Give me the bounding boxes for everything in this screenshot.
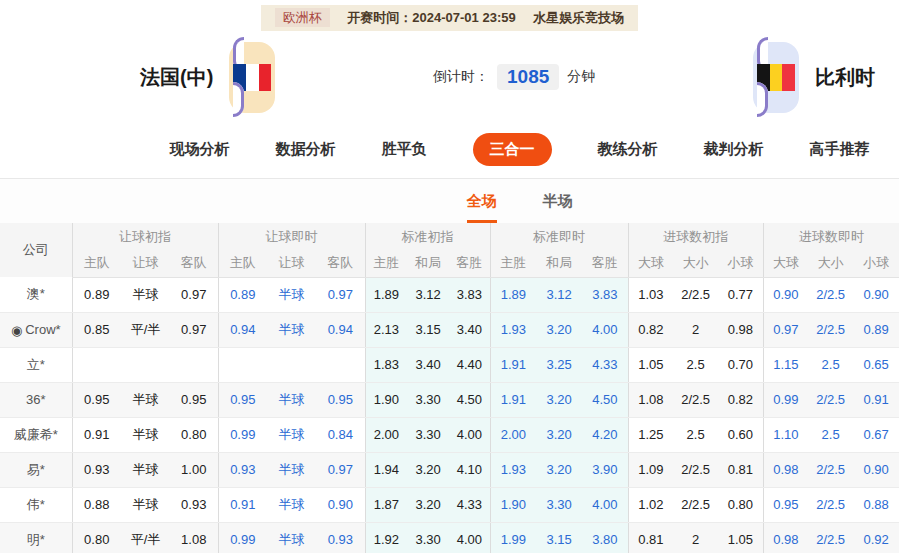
odds-cell: 0.95 xyxy=(316,382,365,417)
odds-cell: 4.00 xyxy=(582,487,628,522)
odds-cell: 0.95 xyxy=(218,382,267,417)
company-cell[interactable]: ◉Crow* xyxy=(0,312,72,347)
countdown-label: 倒计时： xyxy=(433,68,489,86)
col-header: 大球 xyxy=(628,250,673,277)
odds-cell: 2/2.5 xyxy=(673,382,718,417)
col-header: 大球 xyxy=(763,250,808,277)
col-header: 小球 xyxy=(718,250,763,277)
col-header: 客胜 xyxy=(449,250,490,277)
home-team-name: 法国(中) xyxy=(140,64,213,91)
subtab-half[interactable]: 半场 xyxy=(543,192,573,223)
odds-cell: 3.12 xyxy=(407,277,449,312)
company-cell[interactable]: 36* xyxy=(0,382,72,417)
odds-cell: 0.89 xyxy=(72,277,121,312)
league-badge: 欧洲杯 xyxy=(275,8,330,27)
col-header: 小球 xyxy=(853,250,899,277)
odds-cell: 半球 xyxy=(267,382,316,417)
odds-cell: 3.30 xyxy=(536,487,582,522)
odds-cell: 半球 xyxy=(121,487,170,522)
company-cell[interactable]: 伟* xyxy=(0,487,72,522)
odds-cell: 1.03 xyxy=(628,277,673,312)
company-cell[interactable]: 易* xyxy=(0,452,72,487)
odds-cell: 2/2.5 xyxy=(673,277,718,312)
odds-cell: 半球 xyxy=(267,277,316,312)
odds-cell: 1.89 xyxy=(365,277,407,312)
odds-cell: 4.50 xyxy=(582,382,628,417)
odds-cell xyxy=(218,347,267,382)
company-cell[interactable]: 明* xyxy=(0,522,72,553)
odds-cell: 0.94 xyxy=(218,312,267,347)
col-header: 让球 xyxy=(267,250,316,277)
odds-cell: 4.00 xyxy=(449,522,490,553)
odds-cell: 0.91 xyxy=(72,417,121,452)
odds-cell: 0.93 xyxy=(218,452,267,487)
odds-cell: 0.67 xyxy=(853,417,899,452)
odds-cell: 4.10 xyxy=(449,452,490,487)
tab-expert[interactable]: 高手推荐 xyxy=(810,140,870,159)
odds-cell: 0.97 xyxy=(316,452,365,487)
odds-cell: 0.90 xyxy=(853,452,899,487)
odds-cell: 1.91 xyxy=(490,347,536,382)
col-header: 主胜 xyxy=(490,250,536,277)
tab-referee[interactable]: 裁判分析 xyxy=(704,140,764,159)
odds-cell: 0.98 xyxy=(763,522,808,553)
company-cell[interactable]: 威廉希* xyxy=(0,417,72,452)
table-row: 澳*0.89半球0.970.89半球0.971.893.123.831.893.… xyxy=(0,277,899,312)
odds-cell: 2/2.5 xyxy=(808,487,853,522)
odds-cell: 0.85 xyxy=(72,312,121,347)
venue-name: 水星娱乐竞技场 xyxy=(533,10,624,25)
odds-cell: 3.25 xyxy=(536,347,582,382)
odds-cell: 半球 xyxy=(267,312,316,347)
kickoff-time: 开赛时间：2024-07-01 23:59 xyxy=(347,10,515,25)
tab-coach[interactable]: 教练分析 xyxy=(598,140,658,159)
table-row: ◉Crow*0.85平/半0.970.94半球0.942.133.153.401… xyxy=(0,312,899,347)
odds-cell: 平/半 xyxy=(121,312,170,347)
odds-cell: 0.88 xyxy=(853,487,899,522)
odds-cell xyxy=(72,347,121,382)
odds-cell: 0.77 xyxy=(718,277,763,312)
odds-cell: 0.97 xyxy=(170,277,218,312)
odds-cell: 半球 xyxy=(267,487,316,522)
odds-cell: 0.98 xyxy=(763,452,808,487)
odds-cell: 2/2.5 xyxy=(808,277,853,312)
tab-data[interactable]: 数据分析 xyxy=(276,140,336,159)
odds-cell: 3.40 xyxy=(449,312,490,347)
odds-cell: 2.5 xyxy=(808,347,853,382)
odds-table-body: 澳*0.89半球0.970.89半球0.971.893.123.831.893.… xyxy=(0,277,899,553)
col-header: 主队 xyxy=(72,250,121,277)
home-team: 法国(中) xyxy=(140,42,275,113)
group-header-0: 让球初指 xyxy=(72,223,218,250)
match-meta: 欧洲杯 开赛时间：2024-07-01 23:59 水星娱乐竞技场 xyxy=(261,5,639,31)
odds-cell xyxy=(267,347,316,382)
odds-cell: 3.15 xyxy=(536,522,582,553)
top-info-bar: 欧洲杯 开赛时间：2024-07-01 23:59 水星娱乐竞技场 xyxy=(0,0,899,31)
odds-cell: 0.97 xyxy=(170,312,218,347)
tab-live[interactable]: 现场分析 xyxy=(170,140,230,159)
odds-cell xyxy=(121,347,170,382)
period-subtabs: 全场半场 xyxy=(0,179,899,223)
odds-cell: 0.89 xyxy=(853,312,899,347)
group-header-4: 进球数初指 xyxy=(628,223,763,250)
odds-cell: 4.40 xyxy=(449,347,490,382)
away-team-name: 比利时 xyxy=(815,64,875,91)
odds-cell: 0.92 xyxy=(853,522,899,553)
ball-icon: ◉ xyxy=(11,323,22,338)
odds-cell: 2 xyxy=(673,312,718,347)
odds-cell: 1.25 xyxy=(628,417,673,452)
odds-cell: 1.93 xyxy=(490,452,536,487)
odds-cell: 1.09 xyxy=(628,452,673,487)
odds-cell: 1.05 xyxy=(628,347,673,382)
tab-3in1[interactable]: 三合一 xyxy=(473,133,552,166)
company-cell[interactable]: 立* xyxy=(0,347,72,382)
belgium-flag-icon xyxy=(757,64,795,91)
table-row: 立*1.833.404.401.913.254.331.052.50.701.1… xyxy=(0,347,899,382)
odds-cell: 1.89 xyxy=(490,277,536,312)
subtab-full[interactable]: 全场 xyxy=(467,192,497,223)
tab-1x2[interactable]: 胜平负 xyxy=(382,140,427,159)
odds-cell: 0.81 xyxy=(718,452,763,487)
away-flag-frame xyxy=(753,42,799,113)
odds-cell: 0.99 xyxy=(218,417,267,452)
odds-cell: 0.95 xyxy=(170,382,218,417)
company-cell[interactable]: 澳* xyxy=(0,277,72,312)
odds-cell: 2/2.5 xyxy=(808,522,853,553)
